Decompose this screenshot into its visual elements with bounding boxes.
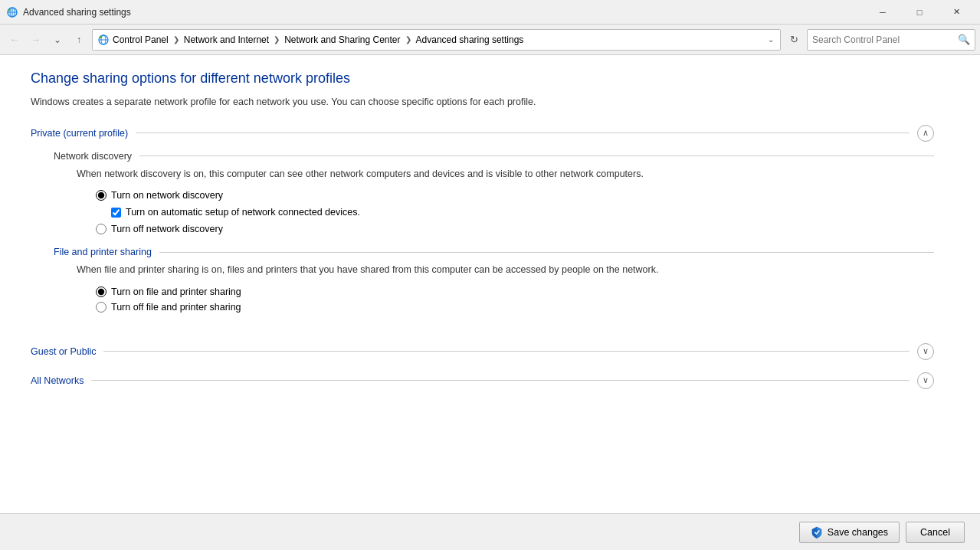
radio-nd-on-input[interactable]: [96, 190, 107, 201]
title-controls: ─ □ ✕: [865, 5, 974, 20]
radio-fps-off-label: Turn off file and printer sharing: [111, 302, 241, 313]
search-box[interactable]: 🔍: [807, 29, 975, 51]
subsection-file-printer: File and printer sharing When file and p…: [54, 247, 934, 313]
svg-point-8: [100, 35, 103, 38]
forward-button[interactable]: →: [26, 30, 46, 50]
breadcrumb-control-panel[interactable]: Control Panel: [113, 34, 169, 45]
network-discovery-line: [139, 156, 934, 156]
section-guest-label: Guest or Public: [31, 346, 103, 357]
minimize-button[interactable]: ─: [865, 5, 900, 20]
section-all-networks: All Networks ∨: [31, 372, 934, 389]
dropdown-button[interactable]: ⌄: [48, 30, 67, 50]
radio-nd-on[interactable]: Turn on network discovery: [96, 190, 934, 201]
radio-fps-off[interactable]: Turn off file and printer sharing: [96, 302, 934, 313]
network-discovery-desc: When network discovery is on, this compu…: [77, 168, 934, 182]
radio-nd-off[interactable]: Turn off network discovery: [96, 224, 934, 234]
up-button[interactable]: ↑: [69, 30, 89, 50]
page-title: Change sharing options for different net…: [31, 70, 934, 87]
network-discovery-label: Network discovery: [54, 151, 139, 162]
save-label: Save changes: [828, 527, 888, 538]
address-bar[interactable]: Control Panel ❯ Network and Internet ❯ N…: [92, 29, 781, 51]
breadcrumb-network-sharing[interactable]: Network and Sharing Center: [284, 34, 400, 45]
globe-icon: [97, 34, 110, 46]
page-description: Windows creates a separate network profi…: [31, 96, 934, 110]
checkbox-nd-auto-input[interactable]: [111, 208, 121, 218]
section-private-toggle[interactable]: ∧: [917, 125, 934, 142]
section-all-label: All Networks: [31, 375, 91, 386]
restore-button[interactable]: □: [902, 5, 937, 20]
title-bar: Advanced sharing settings ─ □ ✕: [0, 0, 980, 25]
up-icon: ↑: [77, 34, 81, 45]
footer: Save changes Cancel: [0, 513, 980, 550]
file-printer-options: Turn on file and printer sharing Turn of…: [96, 286, 934, 313]
window-icon: [6, 6, 18, 18]
search-input[interactable]: [812, 34, 958, 45]
network-discovery-header: Network discovery: [54, 151, 934, 162]
section-private: Private (current profile) ∧ Network disc…: [31, 125, 934, 331]
main-content: Change sharing options for different net…: [0, 55, 980, 513]
window-title: Advanced sharing settings: [23, 7, 131, 18]
section-private-line: [136, 133, 910, 133]
back-button[interactable]: ←: [5, 30, 25, 50]
file-printer-label: File and printer sharing: [54, 247, 159, 257]
section-private-header[interactable]: Private (current profile) ∧: [31, 125, 934, 142]
svg-point-4: [8, 8, 11, 11]
network-discovery-options: Turn on network discovery Turn on automa…: [96, 190, 934, 234]
radio-fps-on-input[interactable]: [96, 286, 107, 297]
file-printer-line: [159, 252, 934, 253]
section-guest-public: Guest or Public ∨: [31, 343, 934, 360]
section-all-line: [91, 380, 910, 381]
section-all-toggle[interactable]: ∨: [917, 372, 934, 389]
shield-icon: [811, 526, 823, 539]
save-button[interactable]: Save changes: [799, 522, 900, 543]
section-guest-toggle[interactable]: ∨: [917, 343, 934, 360]
section-private-body: Network discovery When network discovery…: [31, 142, 934, 331]
refresh-button[interactable]: ↻: [784, 30, 804, 50]
radio-fps-on-label: Turn on file and printer sharing: [111, 286, 241, 297]
breadcrumb-network-internet[interactable]: Network and Internet: [184, 34, 269, 45]
breadcrumb-advanced-sharing[interactable]: Advanced sharing settings: [416, 34, 524, 45]
radio-nd-off-input[interactable]: [96, 224, 107, 234]
nav-bar: ← → ⌄ ↑ Control Panel ❯ Network and Inte…: [0, 25, 980, 55]
nav-arrows: ← → ⌄ ↑: [5, 30, 89, 50]
checkbox-nd-auto-label: Turn on automatic setup of network conne…: [126, 207, 360, 218]
subsection-network-discovery: Network discovery When network discovery…: [54, 151, 934, 235]
radio-fps-off-input[interactable]: [96, 302, 107, 313]
close-button[interactable]: ✕: [939, 5, 974, 20]
section-private-label: Private (current profile): [31, 128, 136, 139]
file-printer-desc: When file and printer sharing is on, fil…: [77, 264, 934, 277]
checkbox-group-auto: Turn on automatic setup of network conne…: [111, 207, 934, 218]
radio-nd-on-label: Turn on network discovery: [111, 190, 223, 201]
search-icon: 🔍: [958, 34, 970, 45]
back-icon: ←: [10, 34, 19, 45]
address-dropdown-button[interactable]: ⌄: [766, 35, 775, 44]
section-all-header[interactable]: All Networks ∨: [31, 372, 934, 389]
checkbox-nd-auto[interactable]: Turn on automatic setup of network conne…: [111, 207, 934, 218]
section-guest-line: [103, 351, 910, 352]
radio-nd-off-label: Turn off network discovery: [111, 224, 223, 234]
file-printer-header: File and printer sharing: [54, 247, 934, 257]
chevron-down-icon: ⌄: [54, 34, 61, 45]
cancel-button[interactable]: Cancel: [906, 522, 965, 543]
refresh-icon: ↻: [790, 34, 798, 45]
radio-fps-on[interactable]: Turn on file and printer sharing: [96, 286, 934, 297]
forward-icon: →: [31, 34, 41, 45]
section-guest-header[interactable]: Guest or Public ∨: [31, 343, 934, 360]
